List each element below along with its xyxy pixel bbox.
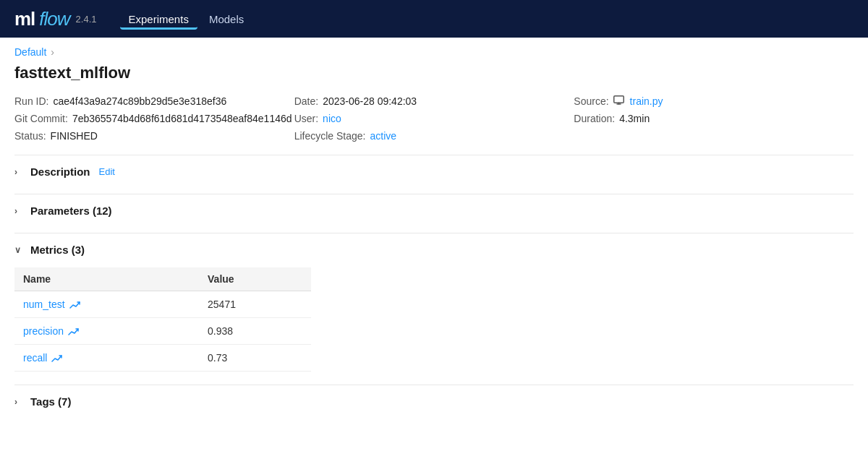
metrics-table-header-row: Name Value bbox=[14, 267, 311, 291]
meta-duration: Duration: 4.3min bbox=[574, 113, 854, 124]
logo-version: 2.4.1 bbox=[76, 14, 97, 25]
tags-chevron: › bbox=[14, 397, 25, 407]
duration-label: Duration: bbox=[574, 113, 615, 124]
lifecycle-label: Lifecycle Stage: bbox=[294, 130, 366, 142]
description-chevron: › bbox=[14, 167, 25, 177]
navbar: mlflow 2.4.1 Experiments Models bbox=[0, 0, 868, 38]
metrics-label: Metrics (3) bbox=[30, 244, 85, 256]
description-edit[interactable]: Edit bbox=[99, 166, 115, 177]
meta-git-commit: Git Commit: 7eb365574b4d68f61d681d417354… bbox=[14, 113, 294, 124]
metric-name-cell: recall bbox=[14, 345, 199, 372]
metric-name: recall bbox=[23, 352, 47, 364]
metric-name: precision bbox=[23, 325, 64, 337]
run-metadata: Run ID: cae4f43a9a274c89bb29d5e3e318ef36… bbox=[14, 95, 854, 142]
trend-icon bbox=[51, 353, 63, 362]
breadcrumb: Default › bbox=[0, 38, 868, 61]
breadcrumb-separator: › bbox=[51, 46, 54, 58]
metrics-table: Name Value num_test 25471precision 0.938… bbox=[14, 267, 311, 372]
run-title: fasttext_mlflow bbox=[14, 64, 854, 82]
duration-value: 4.3min bbox=[619, 113, 650, 124]
monitor-icon bbox=[613, 95, 624, 105]
nav-experiments[interactable]: Experiments bbox=[120, 9, 197, 30]
lifecycle-value: active bbox=[370, 130, 397, 142]
run-id-value: cae4f43a9a274c89bb29d5e3e318ef36 bbox=[53, 95, 226, 107]
metric-value-cell: 25471 bbox=[199, 291, 311, 318]
source-value[interactable]: train.py bbox=[630, 95, 663, 107]
col-header-name: Name bbox=[14, 267, 199, 291]
metric-name-link[interactable]: recall bbox=[23, 352, 190, 364]
run-id-label: Run ID: bbox=[14, 95, 48, 107]
logo: mlflow 2.4.1 bbox=[14, 8, 97, 30]
status-label: Status: bbox=[14, 130, 46, 142]
description-label: Description bbox=[30, 166, 90, 178]
metric-value-cell: 0.73 bbox=[199, 345, 311, 372]
parameters-section: › Parameters (12) bbox=[14, 194, 854, 220]
date-label: Date: bbox=[294, 95, 318, 107]
tags-header[interactable]: › Tags (7) bbox=[14, 392, 854, 411]
metrics-chevron: ∨ bbox=[14, 245, 25, 255]
metric-name-link[interactable]: precision bbox=[23, 325, 190, 337]
description-header[interactable]: › Description Edit bbox=[14, 163, 854, 181]
user-label: User: bbox=[294, 113, 318, 124]
nav-models[interactable]: Models bbox=[200, 9, 252, 30]
meta-run-id: Run ID: cae4f43a9a274c89bb29d5e3e318ef36 bbox=[14, 95, 294, 107]
parameters-header[interactable]: › Parameters (12) bbox=[14, 202, 854, 220]
parameters-chevron: › bbox=[14, 206, 25, 216]
metric-name-link[interactable]: num_test bbox=[23, 299, 190, 310]
user-value: nico bbox=[323, 113, 341, 124]
svg-rect-0 bbox=[613, 96, 624, 103]
table-row: num_test 25471 bbox=[14, 291, 311, 318]
git-commit-value: 7eb365574b4d68f61d681d4173548eaf84e1146d bbox=[72, 113, 292, 124]
description-section: › Description Edit bbox=[14, 155, 854, 181]
trend-icon bbox=[69, 300, 81, 309]
meta-date: Date: 2023-06-28 09:42:03 bbox=[294, 95, 574, 107]
trend-icon bbox=[68, 327, 80, 335]
meta-user: User: nico bbox=[294, 113, 574, 124]
git-commit-label: Git Commit: bbox=[14, 113, 68, 124]
breadcrumb-parent[interactable]: Default bbox=[14, 46, 46, 58]
metric-name: num_test bbox=[23, 299, 65, 310]
metrics-header[interactable]: ∨ Metrics (3) bbox=[14, 241, 854, 259]
metric-value-cell: 0.938 bbox=[199, 318, 311, 345]
metric-name-cell: num_test bbox=[14, 291, 199, 318]
parameters-label: Parameters (12) bbox=[30, 205, 112, 217]
meta-source: Source: train.py bbox=[574, 95, 854, 107]
tags-section: › Tags (7) bbox=[14, 385, 854, 411]
metrics-section: ∨ Metrics (3) Name Value num_test 25471p… bbox=[14, 233, 854, 372]
date-value: 2023-06-28 09:42:03 bbox=[323, 95, 417, 107]
table-row: recall 0.73 bbox=[14, 345, 311, 372]
logo-flow: flow bbox=[39, 8, 69, 30]
status-value: FINISHED bbox=[51, 130, 98, 142]
metric-name-cell: precision bbox=[14, 318, 199, 345]
source-label: Source: bbox=[574, 95, 608, 107]
logo-ml: ml bbox=[14, 8, 35, 30]
tags-label: Tags (7) bbox=[30, 395, 71, 408]
col-header-value: Value bbox=[199, 267, 311, 291]
meta-status: Status: FINISHED bbox=[14, 130, 294, 142]
nav-links: Experiments Models bbox=[120, 9, 253, 30]
table-row: precision 0.938 bbox=[14, 318, 311, 345]
main-content: fasttext_mlflow Run ID: cae4f43a9a274c89… bbox=[0, 61, 868, 425]
meta-lifecycle: Lifecycle Stage: active bbox=[294, 130, 574, 142]
